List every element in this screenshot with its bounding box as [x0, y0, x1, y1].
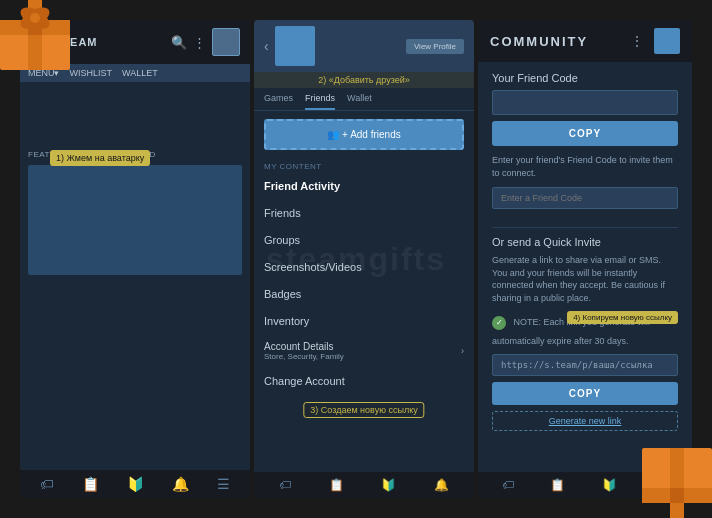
- gift-decoration-tl: [0, 0, 70, 70]
- quick-invite-text: Generate a link to share via email or SM…: [492, 254, 678, 304]
- more-icon[interactable]: ⋮: [630, 33, 644, 49]
- menu-dots-icon[interactable]: ⋮: [193, 35, 206, 50]
- add-friends-icon: 👥: [327, 129, 342, 140]
- profile-tabs: Games Friends Wallet: [254, 88, 474, 111]
- menu-change-account[interactable]: Change Account: [254, 368, 474, 395]
- tooltip-copy-link: 4) Копируем новую ссылку: [567, 311, 678, 324]
- menu-badges[interactable]: Badges: [254, 281, 474, 308]
- tab-wallet[interactable]: Wallet: [347, 88, 372, 110]
- quick-invite-title: Or send a Quick Invite: [492, 236, 678, 248]
- profile-avatar: [275, 26, 315, 66]
- account-details-label: Account Details: [264, 341, 344, 352]
- chevron-right-icon: ›: [461, 346, 464, 356]
- enter-friend-code-input[interactable]: [492, 187, 678, 209]
- nav-wishlist[interactable]: WISHLIST: [70, 68, 113, 78]
- helper-text: Enter your friend's Friend Code to invit…: [492, 154, 678, 179]
- add-friends-label: + Add friends: [342, 129, 401, 140]
- search-icon[interactable]: 🔍: [171, 35, 187, 50]
- community-avatar[interactable]: [654, 28, 680, 54]
- note-container: ✓ NOTE: Each link you generate will auto…: [492, 311, 678, 348]
- hamburger-icon[interactable]: ☰: [217, 476, 230, 492]
- svg-point-6: [30, 13, 40, 23]
- bell-icon[interactable]: 🔔: [172, 476, 189, 492]
- shield-icon-comm[interactable]: 🔰: [602, 478, 617, 492]
- check-icon: ✓: [492, 316, 506, 330]
- view-profile-button[interactable]: View Profile: [406, 39, 464, 54]
- tooltip-avatar: 1) Жмем на аватарку: [50, 150, 150, 166]
- menu-friend-activity[interactable]: Friend Activity: [254, 173, 474, 200]
- community-header: COMMUNITY ⋮: [478, 20, 692, 62]
- avatar-button[interactable]: [212, 28, 240, 56]
- menu-friends[interactable]: Friends: [254, 200, 474, 227]
- bell-icon-mid[interactable]: 🔔: [434, 478, 449, 492]
- my-content-label: MY CONTENT: [254, 158, 474, 173]
- back-button[interactable]: ‹: [264, 38, 269, 54]
- svg-rect-10: [670, 488, 684, 503]
- copy-link-button[interactable]: COPY: [492, 382, 678, 405]
- community-title: COMMUNITY: [490, 34, 588, 49]
- community-content: Your Friend Code COPY Enter your friend'…: [478, 62, 692, 472]
- list-icon-comm[interactable]: 📋: [550, 478, 565, 492]
- main-wrapper: STEAM 🔍 ⋮ MENU▾ WISHLIST WALLET 1) Жмем …: [20, 20, 692, 498]
- copy-friend-code-button[interactable]: COPY: [492, 121, 678, 146]
- menu-account-details[interactable]: Account Details Store, Security, Family …: [254, 335, 474, 368]
- shield-icon[interactable]: 🔰: [127, 476, 144, 492]
- right-panel: COMMUNITY ⋮ Your Friend Code COPY Enter …: [478, 20, 692, 498]
- middle-panel: ‹ View Profile 2) «Добавить друзей» Game…: [254, 20, 474, 498]
- link-display: https://s.team/p/ваша/ссылка: [492, 354, 678, 376]
- middle-header: ‹ View Profile: [254, 20, 474, 72]
- menu-screenshots[interactable]: Screenshots/Videos: [254, 254, 474, 281]
- gift-decoration-br: [642, 448, 712, 518]
- tag-icon-mid[interactable]: 🏷: [279, 478, 291, 492]
- list-icon-mid[interactable]: 📋: [329, 478, 344, 492]
- tag-icon-comm[interactable]: 🏷: [502, 478, 514, 492]
- steam-header-icons: 🔍 ⋮: [171, 28, 240, 56]
- featured-image: [28, 165, 242, 275]
- tooltip-new-link: 3) Создаем новую ссылку: [303, 402, 424, 418]
- tooltip-add-friends: 2) «Добавить друзей»: [254, 72, 474, 88]
- friend-code-input[interactable]: [492, 90, 678, 115]
- steam-bottom-nav: 🏷 📋 🔰 🔔 ☰: [20, 470, 250, 498]
- svg-rect-9: [670, 448, 684, 518]
- middle-bottom-nav: 🏷 📋 🔰 🔔: [254, 472, 474, 498]
- tab-friends[interactable]: Friends: [305, 88, 335, 110]
- menu-groups[interactable]: Groups: [254, 227, 474, 254]
- tab-games[interactable]: Games: [264, 88, 293, 110]
- add-friends-button[interactable]: 👥 + Add friends: [264, 119, 464, 150]
- divider: [492, 227, 678, 228]
- shield-icon-mid[interactable]: 🔰: [381, 478, 396, 492]
- nav-wallet[interactable]: WALLET: [122, 68, 158, 78]
- account-details-sub: Store, Security, Family: [264, 352, 344, 361]
- steam-panel: STEAM 🔍 ⋮ MENU▾ WISHLIST WALLET 1) Жмем …: [20, 20, 250, 498]
- menu-inventory[interactable]: Inventory: [254, 308, 474, 335]
- list-icon[interactable]: 📋: [82, 476, 99, 492]
- generate-new-link-button[interactable]: Generate new link: [492, 411, 678, 431]
- friend-code-title: Your Friend Code: [492, 72, 678, 84]
- steam-content: 1) Жмем на аватарку FEATURED & RECOMMEND…: [20, 82, 250, 470]
- tag-icon[interactable]: 🏷: [40, 476, 54, 492]
